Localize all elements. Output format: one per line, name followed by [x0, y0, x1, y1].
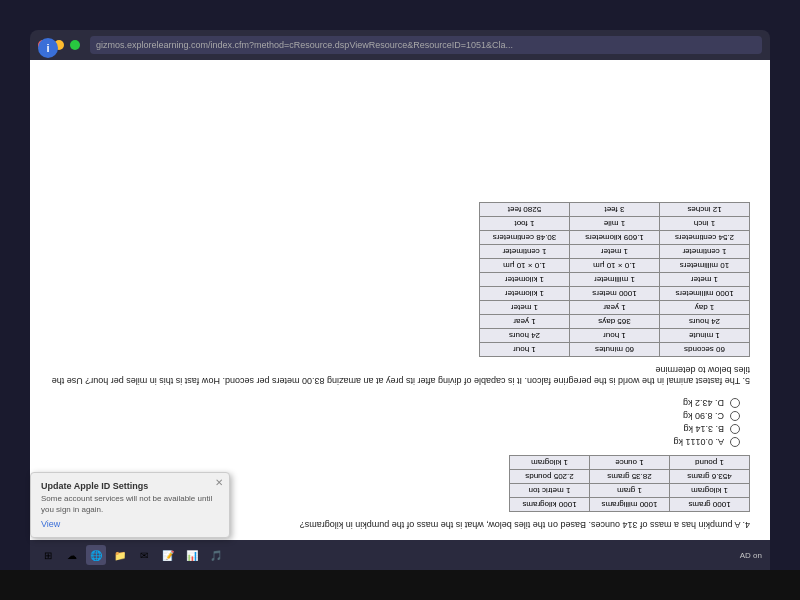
tile[interactable]: 1.0 × 10 μm	[480, 258, 570, 272]
tile[interactable]: 24 hours	[660, 314, 750, 328]
answer-option-c[interactable]: C. 8.90 kg	[50, 411, 740, 421]
tile[interactable]: 30.48 centimeters	[480, 230, 570, 244]
taskbar-icon-music[interactable]: 🎵	[206, 545, 226, 565]
browser-chrome: gizmos.explorelearning.com/index.cfm?met…	[30, 30, 770, 60]
tile[interactable]: 3 feet	[570, 202, 660, 216]
q5-tiles-table: 60 seconds 60 minutes 1 hour 1 minute 1 …	[479, 202, 750, 357]
notification-close-button[interactable]: ✕	[215, 477, 223, 488]
tile[interactable]: 1 year	[570, 300, 660, 314]
option-d-label: D. 43.2 kg	[683, 398, 724, 408]
question-5-text: 5. The fastest animal in the world is th…	[50, 363, 750, 386]
maximize-button[interactable]	[70, 40, 80, 50]
tile[interactable]: 1000 grams	[670, 498, 750, 512]
tile[interactable]: 1.609 kilometers	[570, 230, 660, 244]
tile[interactable]: 1 minute	[660, 328, 750, 342]
radio-c[interactable]	[730, 411, 740, 421]
tile[interactable]: 1 gram	[590, 484, 670, 498]
tile[interactable]: 10 millimeters	[660, 258, 750, 272]
tile[interactable]: 1 kilogram	[510, 456, 590, 470]
taskbar-icon-docs[interactable]: 📝	[158, 545, 178, 565]
taskbar-icon-mail[interactable]: ✉	[134, 545, 154, 565]
q4-tiles-table: 1000 grams 1000 milligrams 1000 kilogram…	[509, 455, 750, 512]
tile[interactable]: 1 pound	[670, 456, 750, 470]
notification-title: Update Apple ID Settings	[41, 481, 219, 491]
tile[interactable]: 1 foot	[480, 216, 570, 230]
tile[interactable]: 1 inch	[660, 216, 750, 230]
taskbar-icon-sheets[interactable]: 📊	[182, 545, 202, 565]
tile[interactable]: 2.54 centimeters	[660, 230, 750, 244]
keyboard-area	[0, 570, 800, 600]
taskbar-icon-browser[interactable]: 🌐	[86, 545, 106, 565]
ad-status: AD on	[740, 551, 762, 560]
tile[interactable]: 1 meter	[480, 300, 570, 314]
tile[interactable]: 24 hours	[480, 328, 570, 342]
tile[interactable]: 1 day	[660, 300, 750, 314]
answer-option-b[interactable]: B. 3.14 kg	[50, 424, 740, 434]
radio-b[interactable]	[730, 424, 740, 434]
tile[interactable]: 1 kilogram	[670, 484, 750, 498]
tile[interactable]: 5280 feet	[480, 202, 570, 216]
tile[interactable]: 1 meter	[660, 272, 750, 286]
radio-d[interactable]	[730, 398, 740, 408]
answer-option-d[interactable]: D. 43.2 kg	[50, 398, 740, 408]
tile[interactable]: 28.35 grams	[590, 470, 670, 484]
notification-view-link[interactable]: View	[41, 519, 60, 529]
info-button[interactable]: i	[38, 38, 58, 58]
tile[interactable]: 1000 milligrams	[590, 498, 670, 512]
page-content: 4. A pumpkin has a mass of 314 ounces. B…	[30, 60, 770, 540]
taskbar-icon-finder[interactable]: ⊞	[38, 545, 58, 565]
tile[interactable]: 1 ounce	[590, 456, 670, 470]
answer-options: A. 0.0111 kg B. 3.14 kg C. 8.90 kg D. 43…	[50, 398, 740, 447]
taskbar-icon-cloud[interactable]: ☁	[62, 545, 82, 565]
tile[interactable]: 1000 kilograms	[510, 498, 590, 512]
tile[interactable]: 1 millimeter	[570, 272, 660, 286]
option-a-label: A. 0.0111 kg	[673, 437, 724, 447]
tile[interactable]: 1 kilometer	[480, 286, 570, 300]
tile[interactable]: 1000 meters	[570, 286, 660, 300]
tile[interactable]: 453.6 grams	[670, 470, 750, 484]
taskbar-right: AD on	[740, 551, 762, 560]
tile[interactable]: 2.205 pounds	[510, 470, 590, 484]
tile[interactable]: 1 hour	[570, 328, 660, 342]
option-c-label: C. 8.90 kg	[683, 411, 724, 421]
content-area: 4. A pumpkin has a mass of 314 ounces. B…	[30, 60, 770, 540]
taskbar: ⊞ ☁ 🌐 📁 ✉ 📝 📊 🎵 AD on	[30, 540, 770, 570]
notification-text: Some account services will not be availa…	[41, 494, 219, 515]
tile[interactable]: 60 seconds	[660, 342, 750, 356]
radio-a[interactable]	[730, 437, 740, 447]
tile[interactable]: 1000 millimeters	[660, 286, 750, 300]
tile[interactable]: 60 minutes	[570, 342, 660, 356]
option-b-label: B. 3.14 kg	[683, 424, 724, 434]
notification-popup: ✕ Update Apple ID Settings Some account …	[30, 472, 230, 538]
tile[interactable]: 1 metric ton	[510, 484, 590, 498]
address-text: gizmos.explorelearning.com/index.cfm?met…	[96, 40, 513, 50]
tile[interactable]: 1 hour	[480, 342, 570, 356]
taskbar-icon-folder[interactable]: 📁	[110, 545, 130, 565]
tile[interactable]: 1.0 × 10 μm	[570, 258, 660, 272]
tile[interactable]: 1 centimeter	[480, 244, 570, 258]
tile[interactable]: 1 meter	[570, 244, 660, 258]
tile[interactable]: 1 kilometer	[480, 272, 570, 286]
answer-option-a[interactable]: A. 0.0111 kg	[50, 437, 740, 447]
tile[interactable]: 1 mile	[570, 216, 660, 230]
tile[interactable]: 365 days	[570, 314, 660, 328]
tile[interactable]: 1 year	[480, 314, 570, 328]
address-bar[interactable]: gizmos.explorelearning.com/index.cfm?met…	[90, 36, 762, 54]
tile[interactable]: 12 inches	[660, 202, 750, 216]
question-5-block: 5. The fastest animal in the world is th…	[50, 202, 750, 386]
tile[interactable]: 1 centimeter	[660, 244, 750, 258]
